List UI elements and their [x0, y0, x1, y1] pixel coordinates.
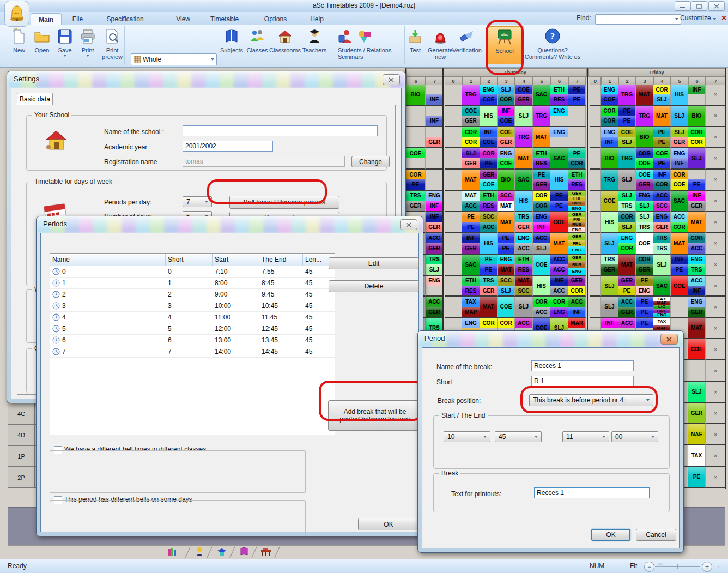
timetable-cell[interactable] — [445, 106, 462, 127]
classes-tab-icon[interactable] — [217, 547, 227, 559]
timetable-cell[interactable]: GERFRLENG — [568, 233, 586, 255]
timetable-cell[interactable]: SLJGER — [462, 148, 480, 170]
new-button[interactable]: New — [9, 27, 29, 53]
timetable-cell[interactable]: MAT — [688, 318, 706, 339]
period-row[interactable]: 3310:0010:4545 — [50, 300, 335, 312]
timetable-cell[interactable]: HIS — [533, 276, 550, 297]
timetable-cell[interactable]: ENGTRS — [688, 255, 706, 276]
timetable-cell[interactable]: INF — [688, 85, 706, 106]
delete-row-button[interactable]: × — [706, 445, 725, 467]
timetable-cell[interactable]: ETHRES — [533, 148, 550, 170]
timetable-cell[interactable]: SLJ — [671, 106, 688, 127]
timetable-cell[interactable] — [445, 255, 462, 276]
timetable-cell[interactable]: ENGINF — [601, 127, 618, 148]
timetable-cell[interactable]: TRG — [601, 170, 618, 191]
zoom-fit-label[interactable]: Fit — [630, 562, 637, 570]
timetable-cell[interactable]: SAC — [671, 191, 688, 212]
timetable-cell[interactable] — [590, 255, 601, 276]
timetable-cell[interactable]: SAC — [533, 85, 550, 106]
timetable-cell[interactable]: PEPE — [568, 85, 586, 106]
timetable-cell[interactable]: TRG — [618, 85, 636, 106]
timetable-cell[interactable] — [568, 127, 586, 148]
timetable-cell[interactable]: HIS — [671, 85, 688, 106]
find-input[interactable] — [595, 14, 681, 25]
timetable-cell[interactable]: PEPE — [653, 127, 671, 148]
timetable-cell[interactable]: BIO — [406, 85, 426, 106]
timetable-cell[interactable] — [688, 360, 706, 382]
timetable-cell[interactable] — [445, 212, 462, 233]
timetable-cell[interactable]: ACCINF — [688, 276, 706, 297]
timetable-cell[interactable]: CORGER — [636, 255, 653, 276]
maximize-button[interactable] — [691, 1, 707, 11]
menu-tab-timetable[interactable]: Timetable — [203, 13, 246, 25]
timetable-cell[interactable] — [590, 212, 601, 233]
class-row-header[interactable]: 1P — [8, 445, 35, 467]
timetable-cell[interactable]: SAC — [462, 255, 480, 276]
break-short-input[interactable] — [531, 376, 634, 387]
break-name-input[interactable] — [531, 360, 634, 371]
break-position-select[interactable]: This break is before period nr 4: — [529, 394, 653, 406]
timetable-cell[interactable]: COE — [406, 148, 426, 170]
timetable-cell[interactable]: TRG — [618, 148, 636, 170]
overview-tab-icon[interactable] — [168, 547, 177, 559]
period-close-button[interactable] — [660, 334, 678, 345]
timetable-cell[interactable]: PE — [688, 467, 706, 488]
timetable-cell[interactable]: ACCGER — [426, 297, 444, 318]
timetable-cell[interactable]: BIO — [636, 127, 653, 148]
timetable-cell[interactable]: ENGINF — [426, 191, 444, 212]
timetable-cell[interactable]: TAX — [688, 445, 706, 467]
timetable-cell[interactable] — [590, 276, 601, 297]
delete-row-button[interactable]: × — [706, 339, 725, 360]
timetable-cell[interactable]: MAT — [636, 85, 653, 106]
menu-tab-help[interactable]: Help — [302, 13, 331, 25]
timetable-cell[interactable]: CORPE — [406, 170, 426, 191]
timetable-cell[interactable]: CORCOR — [462, 127, 480, 148]
timetable-cell[interactable]: MAT — [498, 212, 515, 233]
timetable-cell[interactable]: GERRUSENG — [568, 255, 586, 276]
period-row[interactable]: 007:107:5545 — [50, 266, 335, 278]
timetable-cell[interactable]: INFPE — [671, 255, 688, 276]
timetable-cell[interactable]: COE — [688, 339, 706, 360]
class-row-header[interactable]: 2P — [8, 467, 35, 488]
timetable-cell[interactable]: COEPE — [653, 148, 671, 170]
timetable-cell[interactable]: MAT — [533, 127, 550, 148]
timetable-cell[interactable]: CORCOE — [636, 148, 653, 170]
timetable-cell[interactable]: SCCSLJ — [498, 276, 515, 297]
timetable-cell[interactable] — [590, 85, 601, 106]
period-row[interactable]: 5512:0012:4545 — [50, 323, 335, 335]
classes-button[interactable]: Classes — [245, 27, 269, 53]
timetable-cell[interactable]: ENGCOE — [498, 148, 515, 170]
timetable-cell[interactable]: MAT — [653, 106, 671, 127]
zoom-slider-thumb[interactable] — [657, 563, 664, 571]
timetable-cell[interactable]: TRSGER — [515, 212, 533, 233]
timetable-cell[interactable]: ETHRES — [550, 85, 568, 106]
close-button[interactable] — [708, 1, 725, 11]
subjects-tab-icon[interactable] — [240, 547, 248, 559]
timetable-cell[interactable]: TRSGER — [601, 255, 618, 276]
timetable-cell[interactable]: MAT — [550, 233, 568, 255]
timetable-cell[interactable]: SLJTRS — [636, 212, 653, 233]
start-hour-select[interactable]: 10 — [444, 431, 490, 442]
timetable-cell[interactable]: TRG — [636, 106, 653, 127]
timetable-cell[interactable]: CORACC — [533, 297, 550, 318]
timetable-cell[interactable]: ACCSCC — [653, 191, 671, 212]
timetable-cell[interactable]: TRSSLJ — [426, 255, 444, 276]
delete-row-button[interactable]: × — [706, 297, 725, 318]
timetable-cell[interactable] — [426, 170, 444, 191]
timetable-cell[interactable]: ENGACC — [515, 233, 533, 255]
timetable-cell[interactable]: SAC — [515, 170, 533, 191]
timetable-cell[interactable] — [590, 127, 601, 148]
open-button[interactable]: Open — [32, 27, 52, 53]
timetable-cell[interactable]: CORCOR — [688, 127, 706, 148]
timetable-cell[interactable]: SLJ — [688, 382, 706, 403]
timetable-cell[interactable]: SLJ — [618, 170, 636, 191]
timetable-cell[interactable]: GERFRIRUSENG — [568, 191, 586, 212]
timetable-cell[interactable]: INFCOE — [498, 106, 515, 127]
classrooms-button[interactable]: Classrooms — [269, 27, 301, 53]
end-minute-select[interactable]: 00 — [611, 431, 658, 442]
timetable-cell[interactable]: SCCMAT — [498, 191, 515, 212]
print-button[interactable]: Print — [77, 27, 98, 57]
app-logo-bell-icon[interactable]: asc — [4, 1, 29, 27]
timetable-cell[interactable]: BIO — [688, 106, 706, 127]
delete-row-button[interactable]: × — [706, 233, 725, 255]
